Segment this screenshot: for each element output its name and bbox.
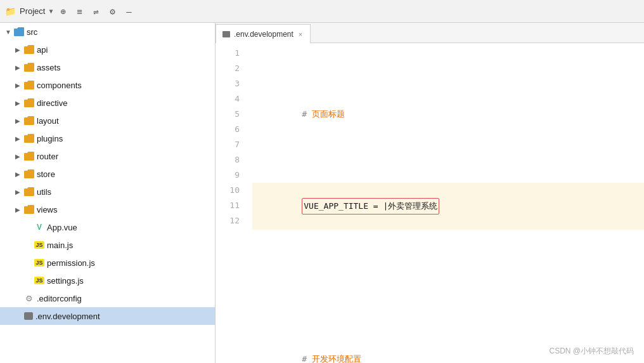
sidebar-item-src[interactable]: src (0, 23, 215, 41)
line-num-4: 4 (216, 91, 240, 107)
line-num-8: 8 (216, 152, 240, 168)
sidebar-label-views: views (37, 205, 58, 214)
sidebar-item-directive[interactable]: directive (0, 94, 215, 112)
sidebar-item-assets[interactable]: assets (0, 58, 215, 76)
sidebar-item-components[interactable]: components (0, 76, 215, 94)
line-num-11: 11 (216, 198, 240, 213)
project-sidebar: src api assets (0, 23, 216, 363)
sidebar-item-utils[interactable]: utils (0, 183, 215, 201)
editor-tab-env-development[interactable]: .env.development × (216, 24, 311, 43)
sidebar-label-router: router (37, 152, 58, 161)
sidebar-item-views[interactable]: views (0, 201, 215, 218)
sidebar-label-plugins: plugins (37, 134, 63, 143)
main-area: src api assets (0, 23, 644, 363)
sidebar-item-main-js[interactable]: JS main.js (0, 236, 215, 254)
line-num-1: 1 (216, 46, 240, 61)
sidebar-label-app-vue: App.vue (47, 223, 77, 232)
tree-arrow-src (5, 29, 14, 36)
line-numbers: 1 2 3 4 5 6 7 8 9 10 11 12 (216, 46, 247, 360)
folder-icon-plugins (24, 134, 34, 143)
tree-arrow-utils (15, 188, 24, 195)
line-num-2: 2 (216, 61, 240, 76)
folder-icon: 📁 (5, 6, 16, 16)
tree-arrow-views (15, 206, 24, 213)
sidebar-label-editorconfig: .editorconfig (37, 294, 82, 303)
value-2: 外卖管理系统 (388, 201, 437, 211)
comment-4a: # (302, 354, 312, 363)
tab-filename: .env.development (234, 30, 293, 39)
code-line-4: # 开发环境配置 (252, 336, 644, 363)
tree-arrow-plugins (15, 135, 24, 142)
comment-cn-1: 页面标题 (312, 109, 345, 119)
tree-arrow-assets (15, 64, 24, 71)
sidebar-item-permission-js[interactable]: JS permission.js (0, 254, 215, 272)
sidebar-label-store: store (37, 169, 55, 179)
comment-1: # (302, 109, 312, 119)
folder-icon-store (24, 169, 34, 178)
code-content[interactable]: # 页面标题 VUE_APP_TITLE = |外卖管理系统 # 开发环境配置 … (247, 46, 644, 360)
sidebar-label-directive: directive (37, 98, 67, 108)
toolbar-list-btn[interactable]: ≡ (74, 5, 86, 18)
sidebar-label-layout: layout (37, 116, 59, 126)
sidebar-item-router[interactable]: router (0, 147, 215, 165)
sidebar-item-app-vue[interactable]: V App.vue (0, 218, 215, 236)
sidebar-label-permission-js: permission.js (47, 258, 95, 268)
toolbar-title: Project (20, 6, 45, 16)
line-num-12: 12 (216, 213, 240, 228)
line-num-3: 3 (216, 76, 240, 91)
key-2: VUE_APP_TITLE (304, 201, 368, 211)
editor-container: .env.development × 1 2 3 4 5 6 7 8 9 10 … (216, 23, 644, 363)
comment-cn-4: 开发环境配置 (312, 354, 361, 363)
folder-icon-assets (24, 63, 34, 72)
tree-arrow-directive (15, 100, 24, 107)
folder-icon-router (24, 152, 34, 161)
js-file-icon-main: JS (34, 241, 44, 249)
sidebar-label-env-development: .env.development (35, 312, 100, 321)
folder-icon-utils (24, 187, 34, 196)
sidebar-item-editorconfig[interactable]: ⚙ .editorconfig (0, 289, 215, 307)
toolbar-dropdown-icon: ▼ (49, 8, 53, 15)
sidebar-label-main-js: main.js (47, 241, 73, 250)
code-line-3 (252, 275, 644, 291)
tree-arrow-layout (15, 117, 24, 124)
line-num-5: 5 (216, 107, 240, 122)
js-file-icon-permission: JS (34, 258, 44, 267)
tab-file-type-icon (222, 31, 230, 37)
tree-arrow-components (15, 82, 24, 89)
gear-file-icon: ⚙ (24, 294, 34, 303)
sidebar-item-plugins[interactable]: plugins (0, 129, 215, 147)
line-num-7: 7 (216, 137, 240, 152)
folder-icon-directive (24, 98, 34, 107)
sidebar-label-settings-js: settings.js (47, 276, 84, 286)
sidebar-item-env-development[interactable]: .env.development (0, 307, 215, 325)
folder-icon-views (24, 205, 34, 214)
vue-file-icon: V (34, 223, 44, 232)
toolbar-add-btn[interactable]: ⊕ (57, 5, 70, 18)
tab-close-btn[interactable]: × (297, 30, 304, 39)
sidebar-label-src: src (27, 27, 37, 37)
code-line-1: # 页面标题 (252, 91, 644, 137)
line-num-9: 9 (216, 168, 240, 183)
sidebar-item-api[interactable]: api (0, 41, 215, 58)
sidebar-label-utils: utils (37, 187, 51, 197)
toolbar-minus-btn[interactable]: — (123, 5, 136, 18)
tree-arrow-store (15, 171, 24, 178)
toolbar-split-btn[interactable]: ⇌ (90, 5, 103, 18)
sidebar-label-api: api (37, 45, 48, 55)
line-num-6: 6 (216, 122, 240, 137)
js-file-icon-settings: JS (34, 276, 44, 285)
op-2: = (368, 201, 383, 211)
code-editor-area[interactable]: 1 2 3 4 5 6 7 8 9 10 11 12 # 页面标题 (216, 43, 644, 363)
sidebar-item-store[interactable]: store (0, 165, 215, 183)
toolbar-gear-btn[interactable]: ⚙ (106, 5, 119, 18)
folder-icon-components (24, 81, 34, 89)
active-line-box: VUE_APP_TITLE = |外卖管理系统 (302, 198, 439, 214)
sidebar-item-layout[interactable]: layout (0, 112, 215, 129)
line-num-10: 10 (216, 183, 240, 198)
folder-icon-src (14, 27, 24, 36)
sidebar-label-assets: assets (37, 63, 61, 72)
toolbar: 📁 Project ▼ ⊕ ≡ ⇌ ⚙ — (0, 0, 644, 23)
sidebar-item-settings-js[interactable]: JS settings.js (0, 272, 215, 289)
tree-arrow-api (15, 46, 24, 53)
editor-tabs: .env.development × (216, 23, 644, 43)
